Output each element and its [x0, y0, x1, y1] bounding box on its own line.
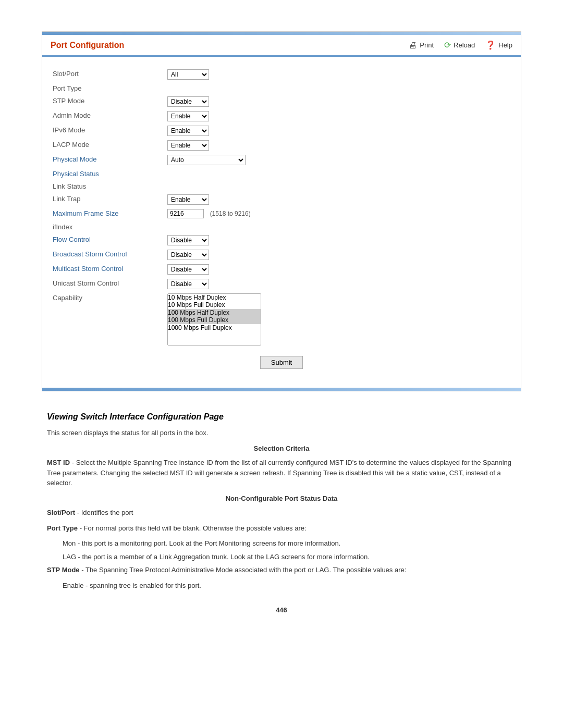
table-row: Admin Mode Enable Disable: [42, 109, 521, 124]
max-frame-size-value[interactable]: (1518 to 9216): [157, 207, 521, 220]
table-row: ifIndex: [42, 220, 521, 233]
slot-port-doc-text: - Identifies the port: [77, 509, 133, 516]
table-row: Slot/Port All: [42, 67, 521, 82]
link-trap-select[interactable]: Enable Disable: [167, 194, 209, 205]
stp-mode-para: STP Mode - The Spanning Tree Protocol Ad…: [47, 565, 516, 575]
reload-icon: ⟳: [444, 40, 451, 50]
stp-mode-doc-label: STP Mode: [47, 566, 80, 574]
ipv6-mode-value[interactable]: Enable Disable: [157, 124, 521, 138]
stp-mode-select[interactable]: Disable Enable: [167, 96, 209, 107]
broadcast-storm-label: Broadcast Storm Control: [42, 248, 157, 262]
panel-title: Port Configuration: [51, 41, 124, 50]
max-frame-size-range: (1518 to 9216): [210, 210, 251, 217]
panel-actions: 🖨 Print ⟳ Reload ❓ Help: [409, 40, 512, 50]
ipv6-mode-label: IPv6 Mode: [42, 124, 157, 138]
unicast-storm-select[interactable]: Disable Enable: [167, 279, 209, 289]
table-row: Link Trap Enable Disable: [42, 192, 521, 207]
flow-control-label: Flow Control: [42, 233, 157, 248]
slot-port-value[interactable]: All: [157, 67, 521, 82]
admin-mode-label: Admin Mode: [42, 109, 157, 124]
max-frame-size-input[interactable]: [167, 209, 204, 218]
flow-control-value[interactable]: Disable Enable: [157, 233, 521, 248]
port-type-para: Port Type - For normal ports this field …: [47, 523, 516, 534]
max-frame-size-label: Maximum Frame Size: [42, 207, 157, 220]
lacp-mode-label: LACP Mode: [42, 138, 157, 153]
table-row: Physical Mode Auto 10 Mbps Half Duplex 1…: [42, 153, 521, 167]
physical-mode-select[interactable]: Auto 10 Mbps Half Duplex 10 Mbps Full Du…: [167, 155, 246, 165]
ipv6-mode-select[interactable]: Enable Disable: [167, 126, 209, 136]
print-button[interactable]: 🖨 Print: [409, 41, 434, 50]
stp-mode-doc-text: - The Spanning Tree Protocol Administrat…: [81, 566, 406, 574]
table-row: Broadcast Storm Control Disable Enable: [42, 248, 521, 262]
table-row: Multicast Storm Control Disable Enable: [42, 262, 521, 277]
table-row: Physical Status: [42, 167, 521, 180]
broadcast-storm-value[interactable]: Disable Enable: [157, 248, 521, 262]
page-number: 446: [42, 606, 521, 614]
port-configuration-panel: Port Configuration 🖨 Print ⟳ Reload ❓ He…: [42, 31, 521, 391]
unicast-storm-label: Unicast Storm Control: [42, 277, 157, 291]
port-type-doc-text: - For normal ports this field will be bl…: [80, 524, 307, 532]
table-row: Link Status: [42, 180, 521, 192]
table-row: Capability 10 Mbps Half Duplex 10 Mbps F…: [42, 291, 521, 348]
physical-mode-value[interactable]: Auto 10 Mbps Half Duplex 10 Mbps Full Du…: [157, 153, 521, 167]
slot-port-doc-label: Slot/Port: [47, 509, 75, 516]
print-icon: 🖨: [409, 41, 417, 50]
reload-label: Reload: [454, 41, 475, 49]
port-type-value: [157, 82, 521, 94]
submit-row: Submit: [42, 348, 521, 377]
capability-label: Capability: [42, 291, 157, 348]
ifindex-label: ifIndex: [42, 220, 157, 233]
selection-criteria-heading: Selection Criteria: [47, 443, 516, 454]
link-status-label: Link Status: [42, 180, 157, 192]
capability-listbox[interactable]: 10 Mbps Half Duplex 10 Mbps Full Duplex …: [167, 293, 261, 346]
unicast-storm-value[interactable]: Disable Enable: [157, 277, 521, 291]
reload-button[interactable]: ⟳ Reload: [444, 40, 475, 50]
admin-mode-select[interactable]: Enable Disable: [167, 111, 209, 121]
link-trap-label: Link Trap: [42, 192, 157, 207]
lacp-mode-select[interactable]: Enable Disable: [167, 140, 209, 151]
doc-heading: Viewing Switch Interface Configuration P…: [47, 412, 516, 422]
mon-text: Mon - this port is a monitoring port. Lo…: [63, 538, 516, 549]
link-status-value: [157, 180, 521, 192]
flow-control-select[interactable]: Disable Enable: [167, 235, 209, 245]
table-row: Flow Control Disable Enable: [42, 233, 521, 248]
physical-mode-label: Physical Mode: [42, 153, 157, 167]
enable-text: Enable - spanning tree is enabled for th…: [63, 581, 516, 591]
slot-port-label: Slot/Port: [42, 67, 157, 82]
broadcast-storm-select[interactable]: Disable Enable: [167, 250, 209, 260]
admin-mode-value[interactable]: Enable Disable: [157, 109, 521, 124]
table-row: Unicast Storm Control Disable Enable: [42, 277, 521, 291]
multicast-storm-select[interactable]: Disable Enable: [167, 264, 209, 275]
stp-mode-label: STP Mode: [42, 94, 157, 109]
slot-port-select[interactable]: All: [167, 69, 209, 80]
form-table: Slot/Port All Port Type STP Mode: [42, 67, 521, 348]
doc-section: Viewing Switch Interface Configuration P…: [42, 412, 521, 590]
port-type-label: Port Type: [42, 82, 157, 94]
physical-status-value: [157, 167, 521, 180]
link-trap-value[interactable]: Enable Disable: [157, 192, 521, 207]
mst-id-text: - Select the Multiple Spanning Tree inst…: [47, 459, 511, 487]
panel-header: Port Configuration 🖨 Print ⟳ Reload ❓ He…: [42, 35, 521, 57]
physical-status-label: Physical Status: [42, 167, 157, 180]
stp-mode-value[interactable]: Disable Enable: [157, 94, 521, 109]
help-label: Help: [498, 41, 512, 49]
mst-id-para: MST ID - Select the Multiple Spanning Tr…: [47, 458, 516, 488]
capability-value[interactable]: 10 Mbps Half Duplex 10 Mbps Full Duplex …: [157, 291, 521, 348]
multicast-storm-value[interactable]: Disable Enable: [157, 262, 521, 277]
table-row: Maximum Frame Size (1518 to 9216): [42, 207, 521, 220]
table-row: IPv6 Mode Enable Disable: [42, 124, 521, 138]
lacp-mode-value[interactable]: Enable Disable: [157, 138, 521, 153]
submit-button[interactable]: Submit: [260, 356, 303, 369]
doc-intro: This screen displays the status for all …: [47, 428, 516, 438]
lag-text: LAG - the port is a member of a Link Agg…: [63, 552, 516, 562]
table-row: STP Mode Disable Enable: [42, 94, 521, 109]
print-label: Print: [420, 41, 434, 49]
panel-body: Slot/Port All Port Type STP Mode: [42, 57, 521, 388]
help-button[interactable]: ❓ Help: [485, 40, 512, 50]
non-config-heading: Non-Configurable Port Status Data: [47, 493, 516, 504]
multicast-storm-label: Multicast Storm Control: [42, 262, 157, 277]
mst-id-label: MST ID: [47, 459, 70, 466]
ifindex-value: [157, 220, 521, 233]
slot-port-para: Slot/Port - Identifies the port: [47, 508, 516, 518]
table-row: Port Type: [42, 82, 521, 94]
